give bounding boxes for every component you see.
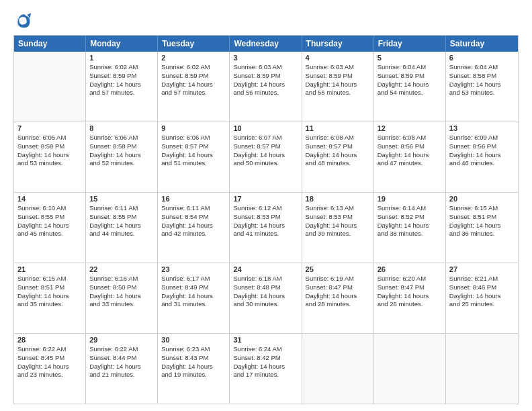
cell-line: and 56 minutes.	[233, 89, 298, 97]
cell-line: and 42 minutes.	[161, 230, 226, 238]
cell-line: and 47 minutes.	[378, 159, 442, 168]
calendar-cell-22: 22Sunrise: 6:16 AMSunset: 8:50 PMDayligh…	[86, 263, 158, 333]
calendar-cell-25: 25Sunrise: 6:19 AMSunset: 8:47 PMDayligh…	[302, 263, 374, 333]
cell-line: Sunrise: 6:21 AM	[449, 275, 515, 283]
cell-line: Daylight: 14 hours	[89, 363, 154, 371]
cell-line: Sunrise: 6:04 AM	[449, 63, 515, 72]
calendar-cell-31: 31Sunrise: 6:24 AMSunset: 8:42 PMDayligh…	[230, 334, 302, 404]
calendar-cell-8: 8Sunrise: 6:06 AMSunset: 8:58 PMDaylight…	[86, 122, 158, 192]
cell-line: and 39 minutes.	[306, 230, 370, 238]
cell-line: Sunrise: 6:22 AM	[17, 345, 82, 354]
cell-line: Daylight: 14 hours	[233, 151, 298, 160]
header-day-wednesday: Wednesday	[230, 36, 302, 52]
calendar-cell-empty-4-4	[302, 334, 374, 404]
cell-line: Daylight: 14 hours	[233, 363, 298, 371]
cell-line: and 50 minutes.	[233, 159, 298, 168]
cell-line: Daylight: 14 hours	[378, 81, 442, 89]
calendar-cell-2: 2Sunrise: 6:02 AMSunset: 8:59 PMDaylight…	[158, 52, 230, 122]
header-day-thursday: Thursday	[302, 36, 374, 52]
cell-line: and 19 minutes.	[161, 371, 226, 379]
calendar-cell-12: 12Sunrise: 6:08 AMSunset: 8:56 PMDayligh…	[374, 122, 446, 192]
cell-line: Daylight: 14 hours	[378, 222, 442, 230]
calendar-row-4: 28Sunrise: 6:22 AMSunset: 8:45 PMDayligh…	[14, 334, 518, 404]
day-number: 27	[449, 265, 515, 273]
cell-line: and 28 minutes.	[306, 300, 370, 309]
cell-line: Sunrise: 6:20 AM	[378, 275, 442, 283]
cell-line: and 54 minutes.	[378, 89, 442, 97]
cell-line: Sunset: 8:42 PM	[233, 354, 298, 363]
cell-line: Sunrise: 6:18 AM	[233, 275, 298, 283]
calendar-cell-15: 15Sunrise: 6:11 AMSunset: 8:55 PMDayligh…	[86, 193, 158, 263]
day-number: 4	[306, 54, 370, 62]
calendar-row-2: 14Sunrise: 6:10 AMSunset: 8:55 PMDayligh…	[14, 193, 518, 263]
cell-line: Daylight: 14 hours	[449, 292, 515, 301]
day-number: 29	[89, 336, 154, 344]
calendar-cell-1: 1Sunrise: 6:02 AMSunset: 8:59 PMDaylight…	[86, 52, 158, 122]
cell-line: Daylight: 14 hours	[17, 292, 82, 301]
cell-line: Sunrise: 6:15 AM	[17, 275, 82, 283]
cell-line: Sunrise: 6:11 AM	[161, 204, 226, 213]
day-number: 8	[89, 124, 154, 132]
day-number: 25	[306, 265, 370, 273]
day-number: 11	[306, 124, 370, 132]
cell-line: Sunrise: 6:12 AM	[233, 204, 298, 213]
day-number: 10	[233, 124, 298, 132]
cell-line: Sunset: 8:50 PM	[89, 283, 154, 292]
header-day-sunday: Sunday	[14, 36, 86, 52]
cell-line: Sunset: 8:57 PM	[306, 142, 370, 151]
cell-line: Daylight: 14 hours	[233, 81, 298, 89]
day-number: 3	[233, 54, 298, 62]
cell-line: Daylight: 14 hours	[306, 222, 370, 230]
calendar-cell-4: 4Sunrise: 6:03 AMSunset: 8:59 PMDaylight…	[302, 52, 374, 122]
cell-line: Daylight: 14 hours	[17, 222, 82, 230]
calendar-cell-3: 3Sunrise: 6:03 AMSunset: 8:59 PMDaylight…	[230, 52, 302, 122]
calendar-cell-empty-4-6	[446, 334, 518, 404]
calendar-cell-30: 30Sunrise: 6:23 AMSunset: 8:43 PMDayligh…	[158, 334, 230, 404]
cell-line: Daylight: 14 hours	[161, 363, 226, 371]
cell-line: Sunset: 8:59 PM	[233, 72, 298, 81]
cell-line: Sunset: 8:56 PM	[378, 142, 442, 151]
cell-line: Sunrise: 6:03 AM	[306, 63, 370, 72]
day-number: 26	[378, 265, 442, 273]
calendar-cell-10: 10Sunrise: 6:07 AMSunset: 8:57 PMDayligh…	[230, 122, 302, 192]
cell-line: and 33 minutes.	[89, 300, 154, 309]
day-number: 23	[161, 265, 226, 273]
day-number: 7	[17, 124, 82, 132]
calendar-cell-18: 18Sunrise: 6:13 AMSunset: 8:53 PMDayligh…	[302, 193, 374, 263]
cell-line: Sunset: 8:51 PM	[17, 283, 82, 292]
cell-line: Sunrise: 6:06 AM	[161, 134, 226, 142]
cell-line: Sunset: 8:52 PM	[378, 213, 442, 222]
cell-line: Sunset: 8:58 PM	[89, 142, 154, 151]
cell-line: Sunset: 8:51 PM	[449, 213, 515, 222]
day-number: 28	[17, 336, 82, 344]
calendar-cell-11: 11Sunrise: 6:08 AMSunset: 8:57 PMDayligh…	[302, 122, 374, 192]
cell-line: Daylight: 14 hours	[378, 151, 442, 160]
cell-line: and 17 minutes.	[233, 371, 298, 379]
day-number: 18	[306, 195, 370, 203]
cell-line: Sunset: 8:43 PM	[161, 354, 226, 363]
cell-line: Sunrise: 6:04 AM	[378, 63, 442, 72]
logo-icon	[13, 11, 32, 30]
cell-line: Sunrise: 6:05 AM	[17, 134, 82, 142]
logo	[13, 11, 35, 30]
cell-line: Daylight: 14 hours	[233, 292, 298, 301]
cell-line: Sunset: 8:59 PM	[378, 72, 442, 81]
cell-line: Daylight: 14 hours	[449, 222, 515, 230]
calendar-cell-17: 17Sunrise: 6:12 AMSunset: 8:53 PMDayligh…	[230, 193, 302, 263]
calendar-cell-28: 28Sunrise: 6:22 AMSunset: 8:45 PMDayligh…	[14, 334, 86, 404]
day-number: 9	[161, 124, 226, 132]
header-day-saturday: Saturday	[446, 36, 518, 52]
cell-line: and 38 minutes.	[378, 230, 442, 238]
cell-line: Sunrise: 6:11 AM	[89, 204, 154, 213]
day-number: 30	[161, 336, 226, 344]
cell-line: Sunset: 8:49 PM	[161, 283, 226, 292]
day-number: 21	[17, 265, 82, 273]
day-number: 13	[449, 124, 515, 132]
cell-line: Daylight: 14 hours	[233, 222, 298, 230]
calendar-cell-empty-0-0	[14, 52, 86, 122]
cell-line: Sunset: 8:55 PM	[17, 213, 82, 222]
day-number: 24	[233, 265, 298, 273]
calendar-cell-20: 20Sunrise: 6:15 AMSunset: 8:51 PMDayligh…	[446, 193, 518, 263]
cell-line: Sunrise: 6:03 AM	[233, 63, 298, 72]
cell-line: Sunset: 8:58 PM	[17, 142, 82, 151]
